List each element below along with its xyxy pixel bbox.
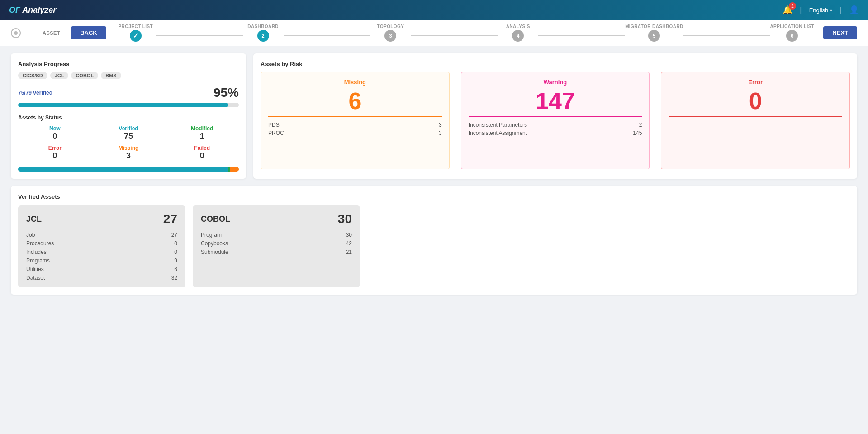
- cobol-item-copybooks: Copybooks 42: [201, 240, 352, 247]
- jcl-count: 27: [163, 212, 177, 226]
- jcl-item-includes: Includes 0: [26, 249, 177, 255]
- tag-cobol: COBOL: [71, 72, 98, 79]
- notification-bell[interactable]: 🔔 2: [783, 5, 792, 15]
- status-new-value: 0: [52, 132, 57, 141]
- cobol-item-copybooks-label: Copybooks: [201, 240, 228, 247]
- status-verified-value: 75: [124, 132, 133, 141]
- risk-panel: Assets by Risk Missing 6 PDS 3 PROC 3: [253, 53, 857, 179]
- asset-card-cobol: COBOL 30 Program 30 Copybooks 42 Submodu…: [193, 205, 360, 287]
- risk-warning-item-1: Inconsistent Assignment 145: [469, 130, 642, 136]
- nav-divider-2: |: [840, 5, 842, 15]
- step-application-list[interactable]: APPLICATION LIST 6: [770, 24, 814, 42]
- step-analysis[interactable]: ANALYSIS 4: [498, 24, 538, 42]
- percent-text: 95%: [213, 86, 239, 100]
- jcl-item-utilities: Utilities 6: [26, 266, 177, 272]
- status-failed: Failed 0: [165, 145, 239, 161]
- asset-cards-row: JCL 27 Job 27 Procedures 0 Includes 0: [18, 205, 850, 287]
- jcl-item-procedures-label: Procedures: [26, 240, 54, 247]
- asset-dot: [14, 31, 18, 35]
- step-line-4: [538, 35, 625, 36]
- tag-bms: BMS: [101, 72, 121, 79]
- risk-divider-2: [655, 72, 655, 169]
- jcl-item-dataset: Dataset 32: [26, 275, 177, 281]
- risk-error-number: 0: [669, 89, 842, 113]
- progress-bar-fill: [18, 103, 228, 107]
- cobol-name: COBOL: [201, 215, 230, 224]
- language-selector[interactable]: English ▾: [809, 7, 833, 14]
- step-line-3: [411, 35, 498, 36]
- status-modified: Modified 1: [165, 125, 239, 141]
- tag-jcl: JCL: [50, 72, 69, 79]
- asset-card-jcl: JCL 27 Job 27 Procedures 0 Includes 0: [18, 205, 185, 287]
- risk-card-warning: Warning 147 Inconsistent Parameters 2 In…: [461, 72, 650, 169]
- step-circle-5: 5: [648, 30, 660, 42]
- step-label-1: PROJECT LIST: [119, 24, 153, 29]
- status-modified-value: 1: [200, 132, 204, 141]
- jcl-item-programs-value: 9: [174, 258, 177, 264]
- step-number-3: 3: [389, 33, 392, 38]
- risk-card-missing: Missing 6 PDS 3 PROC 3: [261, 72, 450, 169]
- jcl-item-job-label: Job: [26, 232, 35, 238]
- asset-label: ASSET: [43, 30, 60, 36]
- user-icon[interactable]: 👤: [849, 5, 859, 15]
- step-topology[interactable]: TOPOLOGY 3: [370, 24, 411, 42]
- step-dashboard[interactable]: DASHBOARD 2: [243, 24, 284, 42]
- status-failed-label: Failed: [194, 145, 210, 151]
- risk-warning-item-1-value: 145: [633, 130, 642, 136]
- next-button[interactable]: NEXT: [823, 26, 857, 39]
- risk-missing-divider: [268, 116, 442, 117]
- step-line-1: [156, 35, 243, 36]
- wizard-bar: ASSET BACK PROJECT LIST ✓ DASHBOARD 2 TO…: [0, 20, 868, 46]
- jcl-item-includes-value: 0: [174, 249, 177, 255]
- cobol-header: COBOL 30: [201, 212, 352, 226]
- risk-error-divider: [669, 116, 842, 117]
- step-project-list[interactable]: PROJECT LIST ✓: [115, 24, 156, 42]
- step-number-6: 6: [791, 33, 793, 38]
- risk-divider-1: [455, 72, 455, 169]
- status-verified-label: Verified: [119, 125, 138, 132]
- notification-count: 2: [789, 2, 796, 10]
- status-grid: New 0 Verified 75 Modified 1 Error 0 Mis…: [18, 125, 239, 161]
- step-label-4: ANALYSIS: [506, 24, 530, 29]
- step-circle-3: 3: [384, 30, 396, 42]
- jcl-item-includes-label: Includes: [26, 249, 47, 255]
- risk-missing-item-1-label: PROC: [268, 130, 284, 136]
- back-button[interactable]: BACK: [71, 26, 106, 39]
- risk-warning-label: Warning: [469, 79, 642, 86]
- logo-analyzer: Analyzer: [20, 5, 56, 14]
- cobol-count: 30: [338, 212, 352, 226]
- risk-missing-label: Missing: [268, 79, 442, 86]
- jcl-item-job: Job 27: [26, 232, 177, 238]
- jcl-item-programs: Programs 9: [26, 258, 177, 264]
- risk-warning-item-1-label: Inconsistent Assignment: [469, 130, 527, 136]
- status-verified: Verified 75: [92, 125, 166, 141]
- cobol-item-program-label: Program: [201, 232, 222, 238]
- step-circle-1: ✓: [130, 30, 142, 42]
- cobol-item-copybooks-value: 42: [346, 240, 352, 247]
- wizard-steps: PROJECT LIST ✓ DASHBOARD 2 TOPOLOGY 3 AN…: [115, 24, 815, 42]
- tag-cics-sd: CICS/SD: [18, 72, 47, 79]
- cobol-item-program: Program 30: [201, 232, 352, 238]
- risk-card-error: Error 0: [661, 72, 850, 169]
- step-label-5: MIGRATOR DASHBOARD: [625, 24, 683, 29]
- step-migrator[interactable]: MIGRATOR DASHBOARD 5: [625, 24, 683, 42]
- jcl-header: JCL 27: [26, 212, 177, 226]
- risk-cards-container: Missing 6 PDS 3 PROC 3: [261, 72, 850, 169]
- status-error: Error 0: [18, 145, 92, 161]
- assets-by-risk-title: Assets by Risk: [261, 61, 850, 67]
- status-bar-missing: [230, 167, 239, 172]
- nav-right: 🔔 2 | English ▾ | 👤: [783, 5, 859, 15]
- status-bar: [18, 167, 239, 172]
- analysis-panel: Analysis Progress CICS/SD JCL COBOL BMS …: [11, 53, 246, 179]
- risk-error-label: Error: [669, 79, 842, 86]
- cobol-item-submodule: Submodule 21: [201, 249, 352, 255]
- status-bar-verified: [18, 167, 228, 172]
- top-nav: OF Analyzer 🔔 2 | English ▾ | 👤: [0, 0, 868, 20]
- progress-row: 75/79 verified 95%: [18, 86, 239, 100]
- main-content: Analysis Progress CICS/SD JCL COBOL BMS …: [0, 46, 868, 302]
- step-number-2: 2: [262, 33, 265, 38]
- lang-label: English: [809, 7, 829, 14]
- step-number-4: 4: [517, 33, 519, 38]
- analysis-tags: CICS/SD JCL COBOL BMS: [18, 72, 239, 79]
- analysis-progress-title: Analysis Progress: [18, 61, 239, 67]
